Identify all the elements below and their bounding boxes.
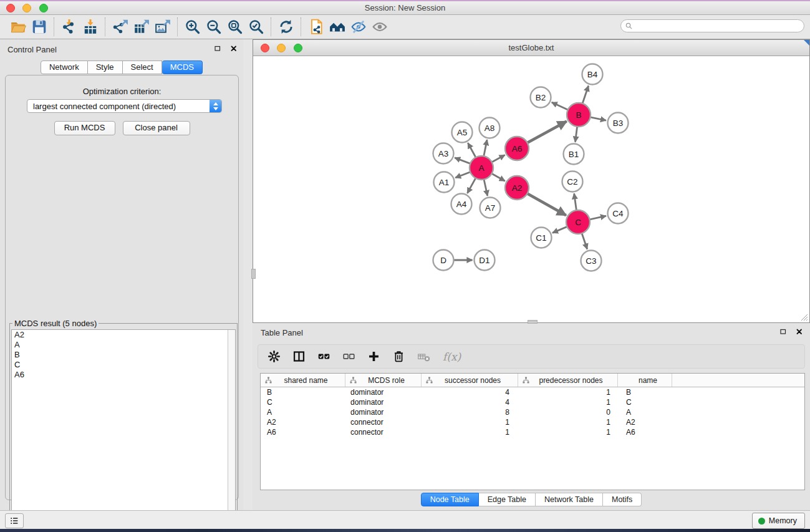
delete-row-icon[interactable] <box>392 349 406 364</box>
search-input[interactable] <box>634 21 804 32</box>
cell[interactable]: B <box>261 388 345 397</box>
node-label-C2: C2 <box>567 177 577 186</box>
cell[interactable]: C <box>261 398 345 407</box>
cell[interactable]: dominator <box>345 388 422 397</box>
document-network-icon[interactable] <box>306 17 327 36</box>
column-header-successor-nodes[interactable]: successor nodes <box>422 374 518 387</box>
node-label-C1: C1 <box>536 233 546 243</box>
delete-table-icon[interactable] <box>417 349 431 364</box>
close-panel-button[interactable]: Close panel <box>123 121 190 135</box>
horizontal-scrollbar-thumb[interactable] <box>528 320 538 324</box>
tab-select[interactable]: Select <box>123 60 162 74</box>
cell[interactable]: 1 <box>518 418 618 427</box>
zoom-selected-icon[interactable] <box>246 17 267 36</box>
cell[interactable]: connector <box>345 418 422 427</box>
cell[interactable]: 0 <box>518 408 618 417</box>
criterion-dropdown[interactable]: largest connected component (directed) <box>27 99 222 113</box>
result-item[interactable]: A2 <box>12 330 235 340</box>
tab-network[interactable]: Network <box>41 60 88 74</box>
column-header-shared-name[interactable]: shared name <box>261 374 345 387</box>
import-network-icon[interactable] <box>59 17 80 36</box>
cell[interactable]: A <box>261 408 345 417</box>
deselect-all-icon[interactable] <box>342 349 356 364</box>
home-network-icon[interactable] <box>327 17 348 36</box>
result-item[interactable]: C <box>12 360 235 370</box>
cell[interactable]: 1 <box>518 428 618 437</box>
zoom-in-icon[interactable] <box>182 17 203 36</box>
tab-edge-table[interactable]: Edge Table <box>479 493 536 506</box>
toolbar-separator <box>54 17 55 36</box>
table-row[interactable]: A6connector11A6 <box>261 427 804 437</box>
table-row[interactable]: A2connector11A2 <box>261 417 804 427</box>
zoom-fit-icon[interactable] <box>224 17 246 36</box>
column-header-name[interactable]: name <box>618 374 672 387</box>
result-scrollbar[interactable] <box>228 330 235 527</box>
hide-details-icon[interactable] <box>348 17 369 36</box>
save-icon[interactable] <box>29 17 50 36</box>
open-folder-icon[interactable] <box>7 17 29 36</box>
cell[interactable]: connector <box>345 428 422 437</box>
result-item[interactable]: A6 <box>12 370 235 380</box>
zoom-out-icon[interactable] <box>203 17 224 36</box>
tab-node-table[interactable]: Node Table <box>421 493 479 506</box>
node-label-A1: A1 <box>439 178 450 187</box>
export-network-icon[interactable] <box>110 17 131 36</box>
float-table-panel-icon[interactable] <box>779 327 788 337</box>
add-row-icon[interactable] <box>367 349 381 364</box>
network-window-titlebar[interactable]: testGlobe.txt <box>253 40 809 56</box>
cell[interactable]: A2 <box>261 418 345 427</box>
vertical-scrollbar-thumb[interactable] <box>251 269 256 279</box>
cell[interactable]: dominator <box>345 398 422 407</box>
tab-network-table[interactable]: Network Table <box>536 493 603 506</box>
cell[interactable]: 4 <box>422 388 518 397</box>
result-item[interactable]: A <box>12 340 235 350</box>
table-panel-title: Table Panel <box>261 328 303 337</box>
cell[interactable]: A2 <box>618 418 672 427</box>
close-table-panel-icon[interactable] <box>794 327 804 337</box>
gear-icon[interactable] <box>267 349 281 364</box>
cell[interactable]: 1 <box>422 428 518 437</box>
cell[interactable]: 1 <box>518 398 618 407</box>
tab-mcds[interactable]: MCDS <box>162 60 203 74</box>
float-panel-icon[interactable] <box>213 44 223 54</box>
cell[interactable]: dominator <box>345 408 422 417</box>
cell[interactable]: 4 <box>422 398 518 407</box>
column-header-predecessor-nodes[interactable]: predecessor nodes <box>518 374 618 387</box>
columns-icon[interactable] <box>292 349 306 364</box>
close-panel-icon[interactable] <box>229 44 238 54</box>
session-list-button[interactable] <box>5 513 24 528</box>
cell[interactable]: 1 <box>422 418 518 427</box>
cell[interactable]: A <box>618 408 672 417</box>
function-builder-icon[interactable]: f(x) <box>441 351 461 363</box>
import-table-icon[interactable] <box>80 17 101 36</box>
run-mcds-button[interactable]: Run MCDS <box>54 121 115 135</box>
table-row[interactable]: Bdominator41B <box>261 387 804 397</box>
table-row[interactable]: Cdominator41C <box>261 397 804 407</box>
sort-tree-icon <box>350 377 357 384</box>
cell[interactable]: B <box>618 388 672 397</box>
tab-motifs[interactable]: Motifs <box>603 493 642 506</box>
mcds-result-list[interactable]: A2ABCA6 <box>11 329 236 528</box>
cell[interactable]: 8 <box>422 408 518 417</box>
cell[interactable]: C <box>618 398 672 407</box>
export-table-icon[interactable] <box>131 17 152 36</box>
cell[interactable]: A6 <box>618 428 672 437</box>
resize-grip[interactable] <box>801 314 808 321</box>
search-field[interactable] <box>620 19 804 32</box>
network-canvas[interactable]: B4B2BB3A8A5A6A3B1AC2A1A2A4A7C4CC1DD1C3 <box>253 56 809 322</box>
memory-button[interactable]: Memory <box>752 513 805 529</box>
refresh-icon[interactable] <box>276 17 297 36</box>
result-item[interactable]: B <box>12 350 235 360</box>
node-label-A7: A7 <box>485 203 496 213</box>
cell[interactable]: A6 <box>261 428 345 437</box>
column-header-MCDS-role[interactable]: MCDS role <box>345 374 422 387</box>
memory-label: Memory <box>769 516 797 525</box>
export-image-icon[interactable] <box>152 17 173 36</box>
sort-tree-icon <box>426 377 433 384</box>
select-all-icon[interactable] <box>317 349 331 364</box>
table-row[interactable]: Adominator80A <box>261 407 804 417</box>
node-label-C: C <box>575 218 581 227</box>
cell[interactable]: 1 <box>518 388 618 397</box>
tab-style[interactable]: Style <box>88 60 123 74</box>
birds-eye-icon[interactable] <box>369 17 390 36</box>
